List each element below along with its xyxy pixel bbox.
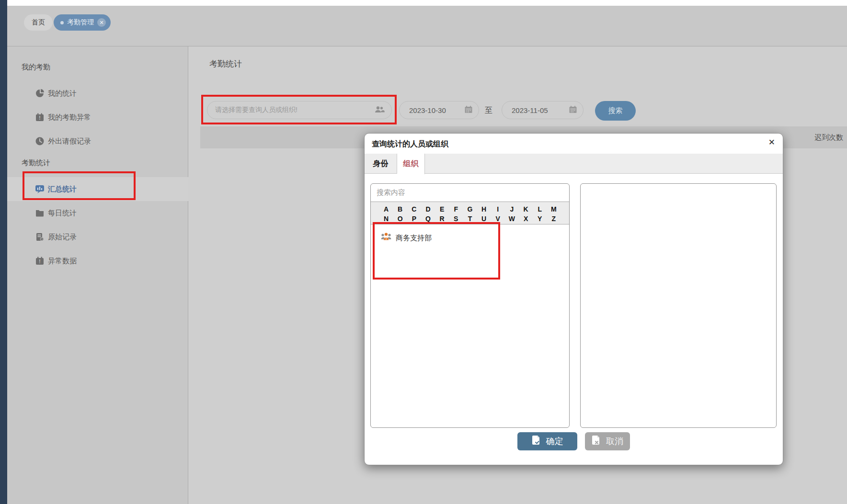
date-from-input[interactable]: 2023-10-30	[399, 101, 479, 119]
sidebar-item-label: 原始记录	[48, 233, 77, 242]
alpha-letter[interactable]: R	[438, 215, 446, 223]
sidebar-section-attendance-stats: 考勤统计	[22, 158, 50, 168]
alpha-letter[interactable]: U	[480, 215, 488, 223]
svg-text:!: !	[39, 115, 40, 121]
sidebar-item-label: 每日统计	[48, 209, 77, 218]
date-from-value: 2023-10-30	[409, 106, 446, 114]
alpha-letter[interactable]: G	[466, 205, 474, 213]
alpha-letter[interactable]: P	[410, 215, 418, 223]
active-tab-dot-icon	[60, 21, 64, 24]
date-to-input[interactable]: 2023-11-05	[502, 101, 584, 119]
confirm-label: 确定	[546, 436, 563, 447]
tab-organization[interactable]: 组织	[397, 154, 425, 174]
alphabet-index: ABCDEFGHIJKLM NOPQRSTUVWXYZ	[371, 202, 569, 224]
org-list-item-business-support[interactable]: 商务支持部	[380, 232, 432, 244]
doc-x-icon	[592, 435, 601, 448]
record-clock-icon	[34, 232, 45, 242]
alpha-letter[interactable]: I	[494, 205, 502, 213]
dialog-buttons: 确定 取消	[365, 432, 783, 450]
tab-attendance-management[interactable]: 考勤管理 ✕	[54, 14, 111, 31]
org-group-icon	[380, 232, 392, 244]
alpha-letter[interactable]: Z	[550, 215, 558, 223]
alpha-letter[interactable]: D	[424, 205, 432, 213]
alpha-letter[interactable]: O	[396, 215, 404, 223]
org-tree-panel: 搜索内容 ABCDEFGHIJKLM NOPQRSTUVWXYZ 商务支持部	[370, 183, 570, 428]
top-white-band	[7, 0, 847, 6]
alpha-letter[interactable]: J	[508, 205, 515, 213]
alphabet-row-2: NOPQRSTUVWXYZ	[382, 215, 558, 223]
person-org-picker-dialog: 查询统计的人员或组织 ✕ 身份 组织 搜索内容 ABCDEFGHIJKLM NO…	[364, 133, 783, 465]
calendar-alert-icon: !	[34, 256, 45, 266]
confirm-button[interactable]: 确定	[517, 432, 577, 450]
sidebar-item-my-anomalies[interactable]: ! 我的考勤异常	[7, 105, 188, 129]
cancel-label: 取消	[606, 436, 623, 447]
sidebar-item-my-statistics[interactable]: 我的统计	[7, 81, 188, 105]
dialog-title: 查询统计的人员或组织	[372, 139, 448, 149]
person-org-select-input[interactable]: 请选择需要查询人员或组织!	[207, 101, 392, 119]
sidebar-item-label: 我的考勤异常	[48, 113, 91, 122]
alpha-letter[interactable]: B	[396, 205, 404, 213]
alpha-letter[interactable]: X	[522, 215, 530, 223]
alpha-letter[interactable]: Y	[536, 215, 544, 223]
svg-text:!: !	[39, 259, 40, 264]
alpha-letter[interactable]: K	[522, 205, 530, 213]
sidebar: 我的考勤 我的统计 ! 我的考勤异常 外出请假记录 考勤统计 汇总统计 每日统计	[7, 46, 188, 504]
alpha-letter[interactable]: N	[382, 215, 390, 223]
people-icon	[374, 106, 385, 115]
breadcrumb-bar: 首页 考勤管理 ✕	[7, 6, 847, 46]
column-header-late-count: 迟到次数	[814, 133, 843, 142]
sidebar-item-anomaly-data[interactable]: ! 异常数据	[7, 249, 188, 273]
close-icon[interactable]: ✕	[768, 137, 775, 147]
sidebar-item-summary-statistics[interactable]: 汇总统计	[7, 177, 188, 201]
sidebar-item-daily-statistics[interactable]: 每日统计	[7, 201, 188, 225]
close-tab-icon[interactable]: ✕	[97, 18, 106, 27]
doc-check-icon	[532, 435, 541, 448]
sidebar-section-my-attendance: 我的考勤	[22, 63, 50, 72]
alpha-letter[interactable]: T	[466, 215, 474, 223]
alpha-letter[interactable]: M	[550, 205, 558, 213]
dialog-search-placeholder: 搜索内容	[377, 188, 405, 197]
cancel-button[interactable]: 取消	[585, 432, 630, 450]
alpha-letter[interactable]: Q	[424, 215, 432, 223]
tab-home[interactable]: 首页	[24, 14, 53, 31]
alpha-letter[interactable]: E	[438, 205, 446, 213]
alpha-letter[interactable]: A	[382, 205, 390, 213]
sidebar-item-raw-records[interactable]: 原始记录	[7, 225, 188, 249]
sidebar-item-label: 外出请假记录	[48, 137, 91, 146]
calendar-icon	[569, 105, 577, 115]
person-org-placeholder: 请选择需要查询人员或组织!	[215, 106, 298, 114]
alpha-letter[interactable]: W	[508, 215, 515, 223]
tab-home-label: 首页	[32, 18, 45, 27]
calendar-icon	[464, 105, 473, 115]
alpha-letter[interactable]: L	[536, 205, 544, 213]
org-item-label: 商务支持部	[396, 234, 432, 243]
page-title: 考勤统计	[209, 58, 242, 69]
folder-icon	[34, 208, 45, 218]
app-left-accent-strip	[0, 0, 7, 504]
sidebar-item-leave-records[interactable]: 外出请假记录	[7, 129, 188, 153]
calendar-alert-icon: !	[34, 112, 45, 123]
tab-attendance-label: 考勤管理	[67, 18, 94, 27]
pie-chart-icon	[34, 88, 45, 99]
alphabet-row-1: ABCDEFGHIJKLM	[382, 205, 558, 213]
sidebar-item-label: 汇总统计	[48, 185, 77, 194]
chart-bubble-icon	[34, 184, 45, 194]
dialog-tabstrip: 身份 组织	[365, 154, 783, 174]
clock-icon	[34, 136, 45, 146]
alpha-letter[interactable]: C	[410, 205, 418, 213]
alpha-letter[interactable]: H	[480, 205, 488, 213]
search-button[interactable]: 搜索	[595, 101, 636, 121]
dialog-search-input[interactable]: 搜索内容	[371, 184, 569, 202]
selected-items-panel	[580, 183, 777, 428]
sidebar-item-label: 异常数据	[48, 257, 77, 266]
alpha-letter[interactable]: S	[452, 215, 460, 223]
date-to-value: 2023-11-05	[512, 106, 548, 114]
date-range-separator: 至	[485, 106, 492, 116]
alpha-letter[interactable]: V	[494, 215, 502, 223]
alpha-letter[interactable]: F	[452, 205, 460, 213]
sidebar-item-label: 我的统计	[48, 89, 77, 98]
tab-identity[interactable]: 身份	[365, 154, 397, 174]
